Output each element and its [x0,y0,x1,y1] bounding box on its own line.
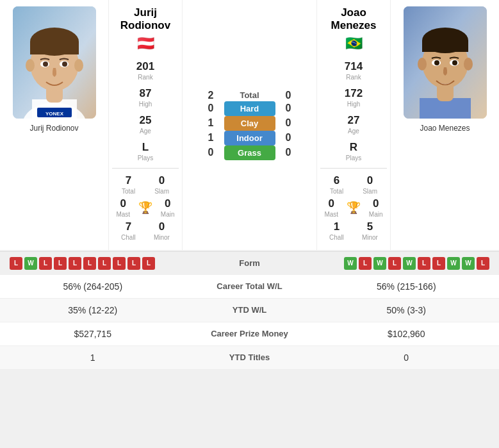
svg-point-25 [434,60,439,65]
right-form-badge: W [447,257,460,270]
right-rank: 714 Rank [320,60,387,81]
form-section: LWLLLLLLLL Form WLWLWLLWWL [0,251,499,275]
left-rank: 201 Rank [112,60,179,81]
right-player-avatar [404,6,487,119]
hard-badge: Hard [224,101,275,116]
right-total-slam: 6 Total 0 Slam [320,174,387,195]
svg-rect-20 [422,40,468,52]
center-stats: 2 Total 0 0 Hard 0 1 Clay 0 1 Indoor 0 [183,0,316,250]
left-form-badge: L [69,257,81,270]
stats-right-val: 50% (3-3) [314,305,500,315]
grass-row: 0 Grass 0 [188,145,311,160]
stats-left-val: 35% (12-22) [0,305,186,315]
total-right: 0 [281,90,297,101]
clay-badge: Clay [224,116,275,131]
right-form-badges: WLWLWLLWWL [282,257,490,270]
right-form-badge: W [403,257,416,270]
indoor-left: 1 [203,132,219,144]
clay-right: 0 [281,117,297,129]
left-player-photo-col: YONEX Jurij Rodionov [0,0,109,250]
left-form-badge: L [83,257,96,270]
left-form-badge: L [54,257,67,270]
right-mast-main: 0 Mast 🏆 0 Main [320,197,387,218]
right-chall-minor: 1 Chall 5 Minor [320,220,387,241]
grass-left: 0 [203,147,219,158]
left-trophy-icon: 🏆 [138,201,152,215]
stats-right-val: 0 [314,353,500,363]
left-player-name-below: Jurij Rodionov [29,124,78,133]
form-label: Form [224,258,275,268]
right-flag: 🇧🇷 [320,35,387,52]
left-high: 87 High [112,87,179,108]
right-player-name: Joao Menezes [320,6,387,33]
main-container: YONEX Jurij Rodionov Jurij Rodionov 🇦🇹 2… [0,0,499,370]
stats-center-label: Career Prize Money [186,329,314,338]
stats-left-val: $527,715 [0,329,186,339]
indoor-row: 1 Indoor 0 [188,131,311,145]
left-flag: 🇦🇹 [112,35,179,52]
total-row: 2 Total 0 [188,90,311,101]
left-form-badge: L [127,257,140,270]
player-comparison: YONEX Jurij Rodionov Jurij Rodionov 🇦🇹 2… [0,0,499,250]
svg-point-11 [43,62,48,67]
stats-row: $527,715 Career Prize Money $102,960 [0,322,499,346]
stats-row: 35% (12-22) YTD W/L 50% (3-3) [0,299,499,322]
left-player-avatar: YONEX [13,6,96,119]
left-form-badges: LWLLLLLLLL [10,257,218,270]
hard-right: 0 [281,103,297,114]
right-player-photo-col: Joao Menezes [390,0,499,250]
right-form-badge: L [418,257,430,270]
svg-point-21 [418,58,427,71]
left-mast-main: 0 Mast 🏆 0 Main [112,197,179,218]
indoor-badge: Indoor [224,131,275,145]
right-form-badge: L [359,257,372,270]
left-age: 25 Age [112,114,179,135]
left-form-badge: L [98,257,111,270]
stats-table: 56% (264-205) Career Total W/L 56% (215-… [0,275,499,370]
svg-point-26 [452,60,457,65]
svg-rect-6 [30,42,79,54]
hard-left: 0 [203,103,219,114]
left-stats-col: Jurij Rodionov 🇦🇹 201 Rank 87 High 25 Ag… [109,0,183,250]
left-player-name: Jurij Rodionov [112,6,179,33]
stats-row: 1 YTD Titles 0 [0,346,499,370]
right-stats-col: Joao Menezes 🇧🇷 714 Rank 172 High 27 Age [316,0,390,250]
left-plays: L Plays [112,141,179,162]
clay-row: 1 Clay 0 [188,116,311,131]
left-form-badge: L [142,257,155,270]
stats-center-label: YTD Titles [186,353,314,362]
total-left: 2 [203,90,219,101]
grass-right: 0 [281,147,297,158]
left-chall-minor: 7 Chall 0 Minor [112,220,179,241]
stats-right-val: $102,960 [314,329,500,339]
stats-center-label: Career Total W/L [186,281,314,291]
right-high: 172 High [320,87,387,108]
right-form-badge: W [344,257,357,270]
svg-point-8 [74,59,83,72]
right-age: 27 Age [320,114,387,135]
stats-right-val: 56% (215-166) [314,281,500,292]
grass-badge: Grass [224,145,275,160]
right-player-name-below: Joao Menezes [420,124,470,133]
hard-row: 0 Hard 0 [188,101,311,116]
stats-row: 56% (264-205) Career Total W/L 56% (215-… [0,275,499,299]
svg-point-22 [464,58,473,71]
right-form-badge: L [432,257,445,270]
stats-left-val: 56% (264-205) [0,281,186,292]
clay-left: 1 [203,117,219,129]
left-total-slam: 7 Total 0 Slam [112,174,179,195]
left-form-badge: L [39,257,52,270]
stats-left-val: 1 [0,353,186,363]
total-label: Total [224,90,275,100]
svg-point-7 [26,59,35,72]
left-form-badge: L [113,257,126,270]
right-form-badge: L [388,257,401,270]
right-plays: R Plays [320,141,387,162]
right-trophy-icon: 🏆 [347,201,361,215]
left-form-badge: W [24,257,37,270]
right-form-badge: L [477,257,489,270]
right-form-badge: W [462,257,475,270]
indoor-right: 0 [281,132,297,144]
svg-text:YONEX: YONEX [45,111,63,117]
svg-point-12 [62,62,67,67]
